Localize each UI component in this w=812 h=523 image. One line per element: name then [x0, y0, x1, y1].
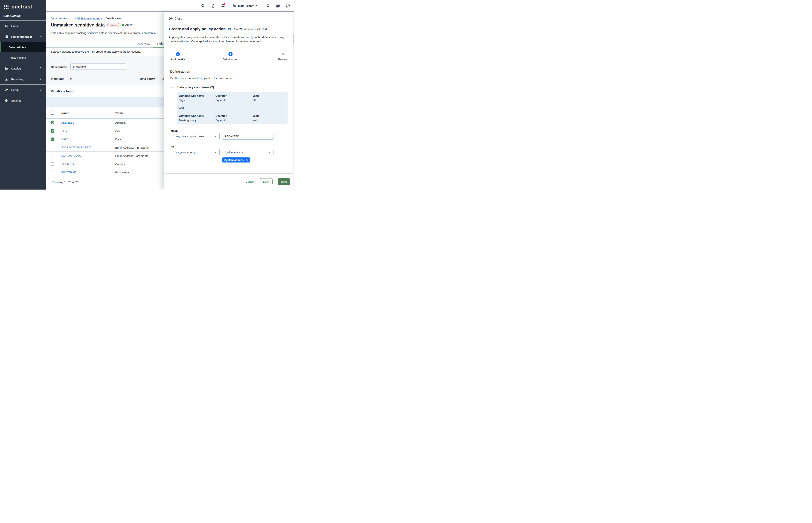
violation-terms: Address	[115, 121, 126, 124]
close-label: Close	[174, 17, 182, 20]
sidebar-item-label: Home	[11, 24, 19, 28]
search-icon[interactable]	[201, 4, 205, 8]
column-header-name: Name	[61, 111, 69, 114]
condition-col-operator: Operator	[215, 94, 252, 98]
data-source-label: Data source	[51, 65, 67, 69]
sidebar: onetrust Data Catalog Home	[0, 0, 46, 190]
notification-badge	[224, 3, 225, 5]
tab-overview[interactable]: Overview	[138, 42, 150, 45]
onetrust-grid-icon	[3, 4, 10, 10]
row-checkbox[interactable]	[51, 146, 54, 149]
pagination-status: Showing 1 - 28 of 28	[53, 181, 78, 184]
condition-col-attribute: Attribute type name	[179, 114, 215, 118]
panel-title-row: Create and apply policy action 3 of 28 v…	[169, 27, 267, 31]
remove-chip-icon[interactable]	[246, 159, 248, 161]
panel-title: Create and apply policy action	[169, 27, 226, 31]
condition-operator: Equals to	[215, 98, 252, 102]
step-complete-icon[interactable]	[176, 52, 180, 56]
condition-col-value: Value	[252, 94, 285, 98]
data-source-input[interactable]	[70, 64, 126, 70]
panel-scrollbar[interactable]	[293, 13, 294, 190]
violation-name-link[interactable]: EXTRACTEDBODYTEXT	[61, 146, 91, 149]
more-actions-icon[interactable]	[136, 23, 140, 26]
panel-footer: Cancel Back Next	[164, 174, 294, 190]
tenant-switcher[interactable]: Main Tenant	[232, 4, 259, 8]
step-label-add-details: Add details	[171, 58, 185, 61]
violation-name-link[interactable]: ADDRESS	[61, 121, 74, 124]
violation-name-link[interactable]: COUNTRY	[61, 162, 74, 165]
step-label-define-action: Define action	[223, 58, 238, 61]
user-group-mode-dropdown[interactable]: User groups except	[171, 149, 220, 155]
panel-scrollbar-thumb[interactable]	[293, 34, 294, 45]
sidebar-item-label: Policy actions	[8, 56, 26, 59]
mask-type-dropdown[interactable]: Using a user inputted value	[171, 133, 220, 139]
sidebar-nav: Home Policy manager Data policies	[0, 21, 46, 106]
document-check-icon[interactable]	[211, 4, 215, 8]
mask-value-input[interactable]	[222, 133, 273, 140]
data-policy-label: Data policy	[140, 77, 155, 80]
close-button[interactable]: Close	[169, 17, 182, 21]
sidebar-item-catalog[interactable]: Catalog	[0, 63, 46, 74]
breadcrumb-ellipsis[interactable]: ...	[71, 17, 73, 20]
active-dot-icon	[122, 24, 124, 26]
for-label: for	[170, 145, 174, 148]
home-icon	[4, 24, 8, 28]
tenant-label: Main Tenant	[238, 4, 254, 7]
step-label-review: Review	[278, 58, 287, 61]
row-checkbox[interactable]	[51, 138, 54, 141]
sidebar-item-policy-actions[interactable]: Policy actions	[0, 52, 46, 63]
condition-group: Attribute type name Operator Value Tags …	[177, 92, 287, 104]
bar-chart-icon	[4, 77, 8, 81]
account-icon[interactable]	[276, 4, 280, 8]
define-action-subheading: Set the rules that will be applied to th…	[170, 76, 234, 80]
chevron-right-icon	[39, 88, 42, 92]
sidebar-item-home[interactable]: Home	[0, 21, 46, 31]
mask-label: mask	[170, 129, 177, 132]
condition-attribute: Tags	[179, 98, 215, 102]
row-checkbox[interactable]	[51, 162, 54, 166]
conditions-toggle[interactable]: Data policy conditions (2)	[171, 86, 214, 89]
breadcrumb-current: Details view	[106, 17, 121, 20]
list-icon	[4, 35, 8, 38]
sidebar-item-label: Data policies	[8, 46, 26, 49]
sidebar-item-data-policies[interactable]: Data policies	[0, 42, 46, 52]
conditions-box: Attribute type name Operator Value Tags …	[177, 92, 287, 124]
step-connector	[182, 54, 227, 54]
row-checkbox[interactable]	[51, 154, 54, 158]
row-checkbox[interactable]	[51, 121, 54, 124]
row-checkbox[interactable]	[51, 170, 54, 174]
user-group-select-dropdown[interactable]: System admins	[222, 149, 273, 155]
step-upcoming-icon[interactable]	[282, 53, 285, 55]
violations-found-heading: Violations found	[51, 90, 74, 93]
breadcrumb-link[interactable]: Data policies	[51, 17, 67, 20]
violation-name-link[interactable]: EXTRACTEDCC	[61, 154, 81, 157]
sidebar-item-reporting[interactable]: Reporting	[0, 74, 46, 84]
violations-label: Violations	[51, 77, 64, 80]
violation-name-link[interactable]: DATE	[61, 138, 68, 141]
tab-violations[interactable]: Violat	[157, 42, 165, 45]
violation-name-link[interactable]: CITY	[61, 129, 68, 132]
back-button[interactable]: Back	[260, 178, 272, 185]
breadcrumb-link[interactable]: Violations summary	[77, 17, 102, 20]
sidebar-item-settings[interactable]: ⚙ Settings	[0, 95, 46, 106]
violation-terms: Country	[115, 162, 125, 166]
condition-value: PII	[252, 98, 285, 102]
cancel-button[interactable]: Cancel	[246, 180, 254, 183]
chevron-down-icon	[268, 151, 271, 154]
condition-col-operator: Operator	[215, 114, 252, 118]
settings-gear-icon[interactable]: ⚙	[266, 4, 270, 8]
next-button[interactable]: Next	[278, 178, 290, 185]
select-all-checkbox[interactable]	[51, 111, 54, 114]
violation-terms: Email Address, Last Name	[115, 154, 149, 158]
selected-group-chip[interactable]: System admins	[222, 158, 250, 162]
violation-name-link[interactable]: FIRSTNAME	[61, 171, 77, 174]
sidebar-item-setup[interactable]: Setup	[0, 85, 46, 95]
step-current-icon[interactable]	[228, 52, 232, 56]
policy-description: This policy requires masking sensitive d…	[51, 31, 164, 35]
help-icon[interactable]	[285, 4, 290, 8]
notifications-bell-icon[interactable]	[221, 4, 225, 8]
sidebar-item-policy-manager[interactable]: Policy manager	[0, 31, 46, 42]
chevron-down-icon	[214, 135, 217, 138]
row-checkbox[interactable]	[51, 129, 54, 133]
product-title: Data Catalog	[0, 11, 46, 20]
